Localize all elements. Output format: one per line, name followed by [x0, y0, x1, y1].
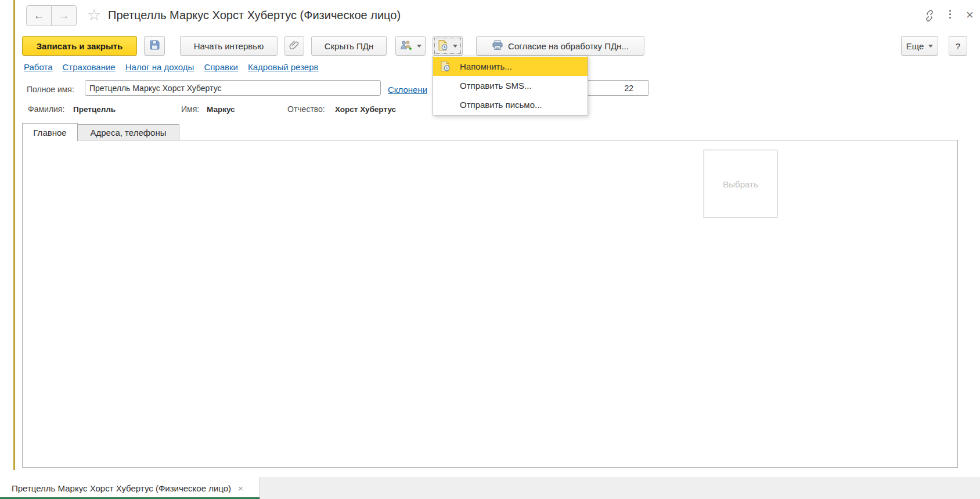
window-tab-close-icon[interactable]: ×: [238, 483, 243, 493]
tab-glavnoe[interactable]: Главное: [22, 123, 78, 141]
window-accent-line: [13, 0, 15, 470]
back-button[interactable]: ←: [26, 5, 52, 26]
reminder-document-clock-icon: [438, 39, 448, 53]
menu-item-remind[interactable]: Напомнить...: [433, 57, 588, 76]
menu-item-send-sms[interactable]: Отправить SMS...: [433, 76, 588, 95]
dropdown-arrow-icon: [928, 45, 933, 48]
forward-arrow-icon: →: [59, 9, 70, 22]
app-window: ← → ☆ Претцелль Маркус Хорст Хубертус (Ф…: [0, 0, 980, 499]
link-spravki[interactable]: Справки: [204, 62, 238, 72]
menu-item-send-email[interactable]: Отправить письмо...: [433, 95, 588, 114]
users-icon: [399, 40, 412, 52]
more-button[interactable]: Еще: [901, 36, 938, 56]
save-button[interactable]: [144, 36, 165, 56]
start-interview-button[interactable]: Начать интервью: [180, 36, 278, 56]
dropdown-arrow-icon: [453, 45, 457, 48]
help-button[interactable]: ?: [949, 36, 967, 56]
dropdown-arrow-icon: [417, 45, 421, 48]
photo-select-button[interactable]: Выбрать: [704, 150, 777, 218]
surname-value: Претцелль: [73, 105, 116, 114]
floppy-icon: [149, 39, 160, 52]
save-and-close-button[interactable]: Записать и закрыть: [22, 36, 137, 56]
main-tab-panel: [22, 140, 958, 468]
more-label: Еще: [906, 41, 924, 51]
patronymic-value: Хорст Хубертус: [335, 105, 396, 114]
hide-pdn-button[interactable]: Скрыть ПДн: [311, 36, 387, 56]
copy-link-icon[interactable]: [923, 9, 936, 24]
window-close-icon[interactable]: ×: [966, 9, 974, 21]
name-label: Имя:: [181, 104, 199, 114]
history-nav-group: ← →: [26, 5, 77, 26]
pdn-consent-print-button[interactable]: Согласие на обработку ПДн...: [476, 36, 644, 56]
pdn-consent-label: Согласие на обработку ПДн...: [508, 41, 629, 51]
name-value: Маркус: [207, 105, 235, 114]
window-tabs-bar: [260, 477, 980, 499]
link-rabota[interactable]: Работа: [24, 62, 53, 72]
reminder-document-clock-icon: [440, 60, 451, 74]
full-name-input[interactable]: Претцелль Маркус Хорст Хубертус: [85, 80, 381, 96]
paperclip-icon: [289, 40, 300, 52]
patronymic-label: Отчество:: [287, 104, 325, 114]
link-strahovanie[interactable]: Страхование: [63, 62, 116, 72]
favorite-star-icon[interactable]: ☆: [87, 6, 101, 24]
window-tab-label: Претцелль Маркус Хорст Хубертус (Физичес…: [12, 483, 231, 493]
reminder-context-menu: Напомнить... Отправить SMS... Отправить …: [433, 56, 588, 115]
tab-adresa-telefony[interactable]: Адреса, телефоны: [77, 124, 179, 140]
link-nalog-na-dohody[interactable]: Налог на доходы: [125, 62, 194, 72]
window-tab-active[interactable]: Претцелль Маркус Хорст Хубертус (Физичес…: [0, 477, 260, 499]
declension-link[interactable]: Склонени: [388, 85, 427, 95]
back-arrow-icon: ←: [34, 9, 45, 22]
full-name-label: Полное имя:: [27, 85, 74, 94]
section-links: Работа Страхование Налог на доходы Справ…: [24, 62, 319, 72]
surname-label: Фамилия:: [28, 104, 64, 114]
printer-icon: [492, 40, 503, 52]
forward-button[interactable]: →: [51, 5, 77, 26]
link-kadrovyj-rezerv[interactable]: Кадровый резерв: [248, 62, 319, 72]
more-commands-icon[interactable]: [948, 9, 952, 20]
attachments-button[interactable]: [284, 36, 304, 56]
page-title: Претцелль Маркус Хорст Хубертус (Физичес…: [108, 9, 401, 22]
responsible-persons-split-button[interactable]: [395, 36, 426, 56]
reminder-split-button[interactable]: [433, 36, 463, 56]
